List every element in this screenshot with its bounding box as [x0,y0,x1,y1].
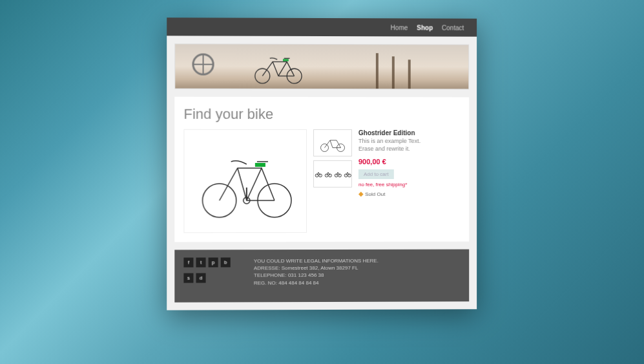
shipping-note: no fee, free shipping* [358,182,459,187]
footer: f t p b s d YOU COULD WRITE LEGAL INFORM… [174,250,469,303]
nav-home[interactable]: Home [390,24,408,31]
banner-pole [375,53,378,89]
main-content: Find your bike [174,97,469,242]
nav-contact[interactable]: Contact [442,24,464,31]
nav-shop[interactable]: Shop [417,24,433,31]
svg-point-7 [320,144,328,151]
product-details: Ghostrider Edition This is an example Te… [358,129,459,233]
banner-bike-icon [249,50,306,85]
banner-pole [391,56,394,89]
stock-indicator-icon: ◆ [358,190,363,197]
download-icon[interactable]: d [196,273,205,283]
wheel-logo-icon [192,54,214,76]
product-row: Ghostrider Edition This is an example Te… [183,129,460,233]
svg-rect-6 [254,163,265,167]
svg-point-3 [202,184,236,217]
product-thumbnails [313,129,351,233]
facebook-icon[interactable]: f [183,257,193,267]
pinterest-icon[interactable]: p [208,257,218,267]
thumbnail-mini[interactable] [323,162,331,186]
thumbnail-mini[interactable] [313,162,322,186]
share-icon[interactable]: s [183,273,193,283]
product-name: Ghostrider Edition [358,129,459,136]
thumbnail-mini[interactable] [342,162,351,186]
product-price: 900,00 € [358,158,459,166]
stock-status: ◆ Sold Out [358,190,459,197]
footer-text: YOU COULD WRITE LEGAL INFORMATIONS HERE.… [253,257,378,286]
svg-rect-2 [282,59,288,61]
thumbnail-1[interactable] [313,129,351,156]
svg-point-0 [254,69,269,83]
twitter-icon[interactable]: t [196,257,205,267]
product-main-image[interactable] [183,129,307,233]
website-page: Home Shop Contact Find your bike [167,17,477,310]
top-nav: Home Shop Contact [167,17,477,36]
thumbnail-mini[interactable] [333,162,341,186]
product-description: This is an example Text. Erase and rewri… [358,138,459,153]
page-title: Find your bike [183,106,460,123]
add-to-cart-button[interactable]: Add to cart [358,169,393,179]
banner-pole [408,59,410,89]
social-links: f t p b s d [183,257,242,286]
hero-banner [174,43,469,89]
blog-icon[interactable]: b [220,257,230,267]
thumbnail-row [313,160,351,187]
